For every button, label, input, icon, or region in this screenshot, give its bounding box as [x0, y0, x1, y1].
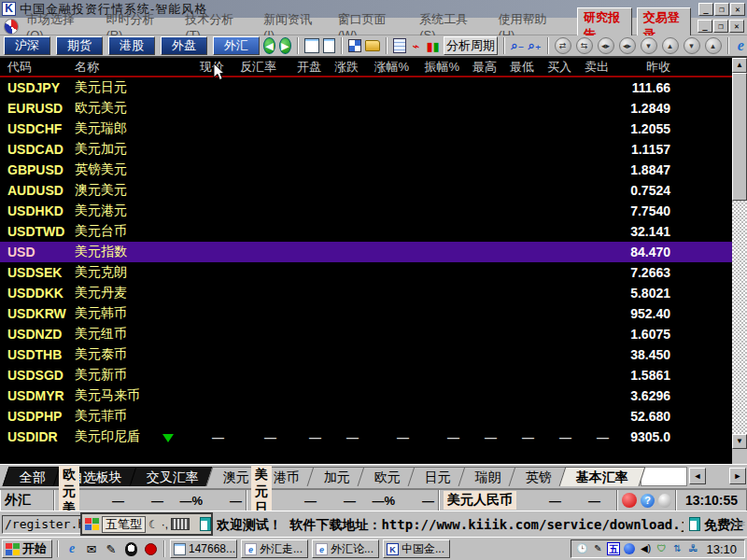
blocks-icon[interactable] — [348, 37, 361, 54]
period-cycle-icon[interactable]: ▾ — [684, 37, 700, 54]
ime-toolbar[interactable]: 五笔型 ☾ ·, — [80, 512, 213, 536]
trend-line-icon[interactable]: ⌁ — [410, 37, 422, 54]
scroll-down-icon[interactable]: ▼ — [732, 434, 747, 449]
table-row[interactable]: USDJPY美元日元111.66 — [0, 77, 732, 98]
period-cycle-icon[interactable]: ▴ — [662, 37, 679, 54]
tab-基本汇率[interactable]: 基本汇率 — [559, 467, 646, 486]
ime-mode-button[interactable]: 五笔型 — [102, 516, 146, 533]
table-row[interactable]: USDTWD美元台币32.141 — [0, 221, 732, 242]
table-row[interactable]: USD美元指数84.470 — [0, 242, 732, 262]
column-header[interactable]: 代码 — [7, 59, 73, 76]
quote-table-icon[interactable] — [304, 37, 319, 54]
tray-wubi-icon[interactable]: 五 — [607, 542, 620, 555]
task-button[interactable]: 147668... — [170, 539, 237, 558]
ime-keyboard-icon[interactable] — [171, 518, 190, 530]
cell-name: 澳元美元 — [73, 182, 162, 199]
tray-pen-icon[interactable]: ✎ — [591, 542, 604, 555]
column-header[interactable]: 卖出 — [571, 59, 609, 76]
ime-punctuation-icon[interactable]: ·, — [162, 518, 168, 531]
cell-prev-close: 7.7540 — [609, 203, 670, 218]
table-row[interactable]: USDNZD美元纽币1.6075 — [0, 324, 732, 344]
table-row[interactable]: USDTHB美元泰币38.450 — [0, 344, 732, 365]
child-restore-icon[interactable]: ❐ — [713, 20, 728, 33]
table-row[interactable]: USDKRW美元韩币952.40 — [0, 303, 732, 324]
period-cycle-icon[interactable]: ▾ — [641, 37, 657, 54]
table-row[interactable]: EURUSD欧元美元1.2849 — [0, 98, 732, 119]
document-icon[interactable] — [323, 37, 335, 54]
table-row[interactable]: GBPUSD英镑美元1.8847 — [0, 160, 732, 180]
period-cycle-icon[interactable]: ▴ — [705, 37, 722, 54]
vertical-scrollbar[interactable]: ▲ ▼ — [732, 58, 747, 464]
ime-fullhalf-moon-icon[interactable]: ☾ — [148, 518, 159, 531]
column-header[interactable]: 昨收 — [609, 59, 670, 76]
back-icon[interactable]: ◀ — [263, 37, 275, 54]
child-minimize-icon[interactable]: _ — [698, 20, 712, 33]
table-row[interactable]: USDPHP美元菲币52.680 — [0, 406, 732, 427]
tray-messenger-icon[interactable] — [623, 542, 636, 555]
start-button[interactable]: 开始 — [2, 539, 52, 558]
zoom-out-icon[interactable]: ⌕₋ — [511, 37, 524, 54]
forward-icon[interactable]: ▶ — [279, 37, 291, 54]
tab-交叉汇率[interactable]: 交叉汇率 — [130, 467, 217, 486]
open-folder-icon[interactable] — [365, 37, 380, 54]
task-button[interactable]: K中国金... — [383, 539, 450, 558]
task-button-icon — [174, 543, 186, 555]
market-button-沪深[interactable]: 沪深 — [4, 36, 50, 55]
column-header[interactable]: 最低 — [497, 59, 534, 76]
internet-explorer-icon[interactable]: e — [735, 37, 747, 54]
child-close-icon[interactable]: ✕ — [729, 20, 744, 33]
column-header[interactable]: 涨跌 — [321, 59, 359, 76]
period-cycle-icon[interactable]: ◂▸ — [598, 37, 614, 54]
scrollbar-thumb[interactable] — [732, 73, 747, 201]
period-cycle-icon[interactable]: ⇄ — [555, 37, 571, 54]
quicklaunch-qq-icon[interactable] — [122, 540, 139, 557]
market-button-外汇[interactable]: 外汇 — [213, 36, 260, 55]
task-button[interactable]: e外汇走... — [241, 539, 308, 558]
column-header[interactable]: 振幅% — [409, 59, 459, 76]
column-header[interactable]: 名称 — [73, 59, 162, 76]
table-row[interactable]: USDDKK美元丹麦5.8021 — [0, 283, 732, 303]
column-header[interactable]: 反汇率 — [224, 59, 276, 76]
period-cycle-icon[interactable]: ⇆ — [576, 37, 593, 54]
menu-bar: 市场选择(Q)即时分析(R)技术分析(T)新闻资讯(I)窗口页面(W)系统工具(… — [0, 18, 747, 35]
task-button[interactable]: e外汇论... — [312, 539, 379, 558]
notebook-icon[interactable] — [393, 37, 406, 54]
candlestick-icon[interactable]: ▮▮ — [426, 37, 439, 54]
zoom-in-icon[interactable]: ⌕₊ — [528, 37, 541, 54]
table-row[interactable]: USDIDR美元印尼盾——————————9305.0 — [0, 427, 732, 447]
table-row[interactable]: USDCAD美元加元1.1157 — [0, 139, 732, 160]
tray-volume-icon[interactable]: ◀) — [639, 542, 652, 555]
help-ball-icon[interactable]: ? — [641, 494, 655, 508]
table-row[interactable]: USDSGD美元新币1.5861 — [0, 365, 732, 385]
column-header[interactable]: 开盘 — [276, 59, 321, 76]
period-cycle-icon[interactable]: ◂▸ — [619, 37, 636, 54]
column-header[interactable]: 买入 — [534, 59, 571, 76]
ticker-pair-name[interactable]: 美元人民币 — [444, 491, 516, 510]
market-button-期货[interactable]: 期货 — [56, 36, 103, 55]
quicklaunch-ie-icon[interactable]: e — [63, 540, 80, 557]
tray-scheduler-icon[interactable]: 🕒 — [575, 542, 588, 555]
scroll-up-icon[interactable]: ▲ — [732, 58, 747, 73]
tab-scroll-right-icon[interactable]: ► — [729, 468, 746, 484]
quicklaunch-app-icon[interactable] — [142, 540, 159, 557]
tray-antivirus-icon[interactable]: 🛡 — [655, 542, 668, 555]
quicklaunch-notes-icon[interactable]: ✎ — [103, 540, 120, 557]
table-row[interactable]: USDMYR美元马来币3.6296 — [0, 385, 732, 406]
table-row[interactable]: AUDUSD澳元美元0.7524 — [0, 180, 732, 201]
market-button-外盘[interactable]: 外盘 — [161, 36, 207, 55]
table-header-row[interactable]: 代码名称现价反汇率开盘涨跌涨幅%振幅%最高最低买入卖出昨收 — [0, 58, 732, 77]
market-button-港股[interactable]: 港股 — [108, 36, 155, 55]
analysis-period-button[interactable]: 分析周期 — [444, 36, 499, 55]
table-row[interactable]: USDCHF美元瑞郎1.2055 — [0, 119, 732, 139]
quicklaunch-mail-icon[interactable]: ✉ — [83, 540, 100, 557]
scrollbar-track[interactable] — [732, 201, 747, 434]
tab-scroll-left-icon[interactable]: ◄ — [689, 468, 706, 484]
tray-network-icon[interactable]: ⇅ — [670, 542, 684, 555]
table-row[interactable]: USDSEK美元克朗7.2663 — [0, 262, 732, 283]
sound-ball-icon[interactable] — [658, 494, 671, 508]
table-row[interactable]: USDHKD美元港元7.7540 — [0, 201, 732, 221]
column-header[interactable]: 涨幅% — [359, 59, 409, 76]
cell-value: — — [321, 430, 359, 444]
column-header[interactable]: 最高 — [459, 59, 497, 76]
tray-connection-icon[interactable]: 🖧 — [686, 542, 699, 555]
